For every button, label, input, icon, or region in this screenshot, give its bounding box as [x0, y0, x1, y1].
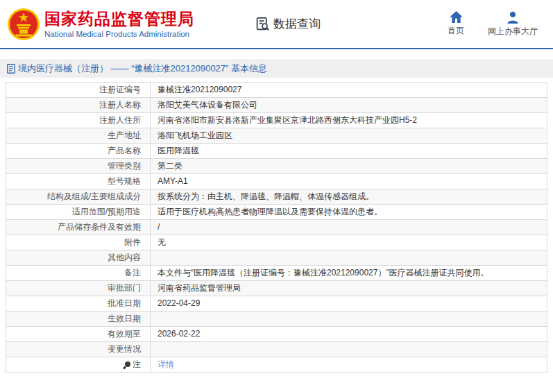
- brand-title-cn: 国家药品监督管理局: [44, 9, 194, 28]
- home-icon: [450, 11, 463, 23]
- table-row: 适用范围/预期用途适用于医疗机构高热患者物理降温以及需要保持体温的患者。: [6, 205, 547, 220]
- row-value: AMY-A1: [151, 174, 547, 189]
- row-value: [151, 250, 547, 266]
- row-label: 产品名称: [6, 144, 151, 159]
- table-row: 审批部门河南省药品监督管理局: [6, 281, 547, 296]
- person-icon: [507, 11, 519, 24]
- nav-home-label: 首页: [448, 25, 464, 37]
- table-row: 注册人住所河南省洛阳市新安县洛新产业集聚区京津北路西侧东大科技产业园H5-2: [6, 113, 547, 128]
- document-icon: [7, 64, 15, 74]
- row-value: 无: [151, 235, 547, 250]
- row-label: 有效期至: [6, 327, 151, 342]
- table-row: 产品储存条件及有效期/: [6, 220, 547, 235]
- row-label: 注册人住所: [6, 113, 151, 128]
- row-value: 河南省药品监督管理局: [151, 281, 547, 296]
- table-row: 变更情况: [6, 342, 547, 357]
- row-label: 注: [6, 357, 151, 373]
- row-value: 洛阳飞机场工业园区: [151, 128, 547, 144]
- table-row: 批准日期2022-04-29: [6, 296, 547, 312]
- row-label: 变更情况: [6, 342, 151, 357]
- row-value: 洛阳艾美气体设备有限公司: [151, 98, 547, 113]
- row-value: 医用降温毯: [151, 144, 547, 159]
- table-row: 其他内容: [6, 250, 547, 266]
- table-row: 注详情: [6, 357, 547, 373]
- row-label: 批准日期: [6, 296, 151, 312]
- brand-block: 国家药品监督管理局 National Medical Products Admi…: [44, 9, 194, 40]
- row-label: 结构及组成/主要组成成分: [6, 189, 151, 205]
- row-label: 审批部门: [6, 281, 151, 296]
- table-row: 结构及组成/主要组成成分按系统分为：由主机、降温毯、降温帽、体温传感器组成。: [6, 189, 547, 205]
- row-label: 型号规格: [6, 174, 151, 189]
- national-emblem-logo: [7, 8, 40, 41]
- row-value: 详情: [151, 357, 547, 373]
- row-label: 管理类别: [6, 159, 151, 174]
- row-value: [151, 312, 547, 327]
- header-right-nav: 首页 网上办事大厅: [448, 11, 538, 37]
- row-value: 按系统分为：由主机、降温毯、降温帽、体温传感器组成。: [151, 189, 547, 205]
- nav-home[interactable]: 首页: [448, 11, 464, 37]
- table-row: 型号规格AMY-A1: [6, 174, 547, 189]
- row-value: 河南省洛阳市新安县洛新产业集聚区京津北路西侧东大科技产业园H5-2: [151, 113, 547, 128]
- row-label: 产品储存条件及有效期: [6, 220, 151, 235]
- brand-title-en: National Medical Products Administration: [44, 28, 194, 40]
- table-row: 生产地址洛阳飞机场工业园区: [6, 128, 547, 144]
- row-value: 适用于医疗机构高热患者物理降温以及需要保持体温的患者。: [151, 205, 547, 220]
- data-query-icon: [255, 17, 270, 31]
- row-label: 注册证编号: [6, 83, 151, 98]
- breadcrumb-bar: 境内医疗器械（注册） —— “豫械注准20212090027” 基本信息: [0, 59, 553, 78]
- table-row: 注册人名称洛阳艾美气体设备有限公司: [6, 98, 547, 113]
- row-label: 生效日期: [6, 312, 151, 327]
- row-value: 第二类: [151, 159, 547, 174]
- nav-data-query[interactable]: 数据查询: [255, 16, 321, 32]
- row-value: /: [151, 220, 547, 235]
- breadcrumb: 境内医疗器械（注册） —— “豫械注准20212090027” 基本信息: [18, 62, 267, 75]
- table-row: 生效日期: [6, 312, 547, 327]
- row-label: 适用范围/预期用途: [6, 205, 151, 220]
- row-value: 2026-02-22: [151, 327, 547, 342]
- table-row: 注册证编号豫械注准20212090027: [6, 83, 547, 98]
- row-label: 附件: [6, 235, 151, 250]
- page-header: 国家药品监督管理局 National Medical Products Admi…: [0, 0, 553, 49]
- table-row: 附件无: [6, 235, 547, 250]
- note-icon: [125, 361, 130, 367]
- detail-link[interactable]: 详情: [158, 359, 174, 369]
- nav-service-hall-label: 网上办事大厅: [488, 26, 538, 37]
- row-label: 备注: [6, 266, 151, 281]
- row-value: 豫械注准20212090027: [151, 83, 547, 98]
- registration-info-table: 注册证编号豫械注准20212090027注册人名称洛阳艾美气体设备有限公司注册人…: [6, 82, 547, 373]
- row-label: 其他内容: [6, 250, 151, 266]
- table-row: 产品名称医用降温毯: [6, 144, 547, 159]
- table-row: 管理类别第二类: [6, 159, 547, 174]
- row-label: 注册人名称: [6, 98, 151, 113]
- row-label: 生产地址: [6, 128, 151, 144]
- row-value: [151, 342, 547, 357]
- table-row: 有效期至2026-02-22: [6, 327, 547, 342]
- data-query-label: 数据查询: [273, 16, 321, 32]
- row-value: 2022-04-29: [151, 296, 547, 312]
- row-value: 本文件与“医用降温毯（注册证编号：豫械注准20212090027）”医疗器械注册…: [151, 266, 547, 281]
- nav-service-hall[interactable]: 网上办事大厅: [488, 11, 538, 37]
- table-row: 备注本文件与“医用降温毯（注册证编号：豫械注准20212090027）”医疗器械…: [6, 266, 547, 281]
- info-table-body: 注册证编号豫械注准20212090027注册人名称洛阳艾美气体设备有限公司注册人…: [6, 83, 547, 373]
